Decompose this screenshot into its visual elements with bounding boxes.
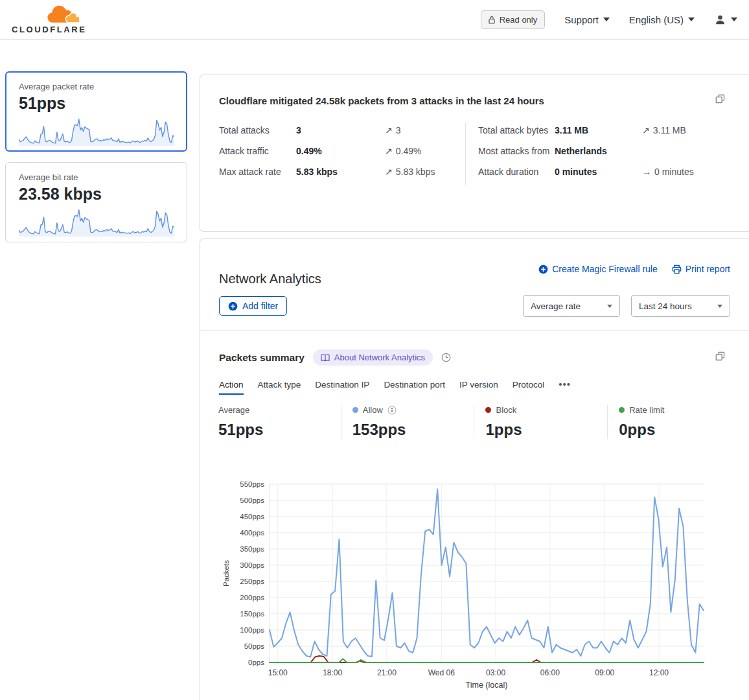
svg-text:100pps: 100pps bbox=[240, 626, 264, 634]
svg-text:400pps: 400pps bbox=[240, 529, 264, 537]
more-tabs-button[interactable]: ••• bbox=[559, 379, 571, 395]
svg-text:03:00: 03:00 bbox=[486, 668, 505, 677]
svg-text:250pps: 250pps bbox=[240, 578, 264, 585]
summary-stats-right: Total attack bytes 3.11 MB ↗ 3.11 MB Mos… bbox=[466, 122, 730, 185]
user-menu[interactable] bbox=[714, 14, 737, 26]
add-filter-button[interactable]: Add filter bbox=[219, 296, 287, 316]
stat-label: Max attack rate bbox=[219, 164, 296, 180]
tab-protocol[interactable]: Protocol bbox=[513, 380, 545, 395]
stat-delta-value: 0.49% bbox=[396, 143, 422, 159]
summary-stats-left: Total attacks 3 ↗ 3 Attack traffic 0.49%… bbox=[219, 122, 466, 185]
packets-stat-label: Block bbox=[496, 405, 516, 415]
svg-text:50pps: 50pps bbox=[244, 642, 265, 650]
create-magic-firewall-rule-link[interactable]: Create Magic Firewall rule bbox=[538, 264, 658, 274]
support-menu[interactable]: Support bbox=[564, 14, 610, 25]
user-icon bbox=[714, 14, 726, 26]
svg-text:200pps: 200pps bbox=[240, 594, 264, 601]
stat-delta: ↗ 0.49% bbox=[385, 143, 421, 159]
summary-stat-row: Attack traffic 0.49% ↗ 0.49% bbox=[219, 143, 452, 159]
info-icon[interactable] bbox=[387, 406, 397, 415]
tab-action[interactable]: Action bbox=[219, 380, 244, 395]
packets-stat-allow: Allow 153pps bbox=[341, 405, 474, 439]
stat-delta-value: 5.83 kbps bbox=[396, 164, 435, 180]
bit-rate-sparkline bbox=[19, 205, 174, 237]
tab-destination-port[interactable]: Destination port bbox=[384, 380, 445, 395]
section-divider bbox=[200, 330, 749, 331]
stat-delta: ↗ 3 bbox=[385, 122, 401, 138]
svg-text:15:00: 15:00 bbox=[268, 668, 288, 677]
avg-packet-rate-card[interactable]: Average packet rate 51pps bbox=[5, 71, 187, 152]
trend-arrow-icon: ↗ bbox=[385, 143, 393, 159]
copy-chart-button[interactable] bbox=[715, 351, 725, 361]
svg-text:18:00: 18:00 bbox=[323, 668, 342, 677]
attack-summary-card: Cloudflare mitigated 24.58k packets from… bbox=[200, 75, 749, 232]
summary-stat-row: Max attack rate 5.83 kbps ↗ 5.83 kbps bbox=[219, 164, 452, 180]
stat-value: 0 minutes bbox=[555, 164, 642, 180]
cloudflare-logo[interactable]: CLOUDFLARE bbox=[12, 5, 87, 34]
svg-text:450pps: 450pps bbox=[240, 513, 264, 520]
svg-text:12:00: 12:00 bbox=[649, 668, 669, 677]
stat-delta-value: 3.11 MB bbox=[653, 122, 686, 138]
trend-arrow-icon: ↗ bbox=[642, 122, 650, 138]
about-network-analytics-badge[interactable]: About Network Analytics bbox=[313, 349, 433, 366]
print-report-link[interactable]: Print report bbox=[672, 264, 730, 274]
packets-time-series-chart: 0pps50pps100pps150pps200pps250pps300pps3… bbox=[220, 477, 738, 692]
stat-delta-value: 0 minutes bbox=[654, 164, 694, 180]
chevron-down-icon bbox=[607, 305, 612, 308]
tab-destination-ip[interactable]: Destination IP bbox=[315, 380, 369, 395]
top-header: CLOUDFLARE Read only Support English (US… bbox=[0, 0, 749, 40]
time-range-select[interactable]: Last 24 hours bbox=[631, 295, 730, 317]
svg-text:500pps: 500pps bbox=[240, 496, 264, 504]
packets-stat-value: 51pps bbox=[218, 421, 341, 439]
book-icon bbox=[321, 354, 330, 362]
copy-card-button[interactable] bbox=[715, 94, 725, 104]
legend-dot-icon bbox=[619, 407, 625, 413]
summary-stat-row: Total attack bytes 3.11 MB ↗ 3.11 MB bbox=[478, 122, 717, 138]
brand-name: CLOUDFLARE bbox=[12, 25, 87, 34]
summary-title: Cloudflare mitigated 24.58k packets from… bbox=[219, 95, 730, 106]
stat-value: 0.49% bbox=[296, 143, 385, 159]
rate-card-value: 51pps bbox=[19, 94, 174, 113]
summary-stat-row: Most attacks from Netherlands bbox=[478, 143, 717, 159]
chevron-down-icon bbox=[731, 18, 737, 21]
svg-text:09:00: 09:00 bbox=[595, 668, 614, 677]
page-title: Network Analytics bbox=[219, 272, 321, 286]
metric-select[interactable]: Average rate bbox=[523, 295, 620, 317]
packets-stat-value: 1pps bbox=[485, 421, 607, 439]
rate-card-value: 23.58 kbps bbox=[19, 185, 174, 204]
avg-bit-rate-card[interactable]: Average bit rate 23.58 kbps bbox=[5, 162, 187, 242]
lock-icon bbox=[489, 16, 495, 24]
stat-delta-value: 3 bbox=[396, 122, 401, 138]
support-label: Support bbox=[564, 14, 599, 25]
copy-icon bbox=[715, 94, 725, 104]
stat-value: 3 bbox=[296, 122, 385, 138]
data-freshness-clock-icon[interactable] bbox=[441, 353, 451, 362]
svg-text:Packets: Packets bbox=[222, 560, 230, 587]
rate-card-label: Average bit rate bbox=[19, 172, 174, 182]
svg-text:06:00: 06:00 bbox=[540, 668, 560, 677]
trend-arrow-icon: → bbox=[642, 164, 651, 180]
cloudflare-cloud-icon bbox=[44, 5, 79, 24]
packets-summary-title: Packets summary bbox=[219, 352, 305, 364]
svg-text:Wed 06: Wed 06 bbox=[428, 668, 455, 677]
svg-text:21:00: 21:00 bbox=[377, 668, 397, 677]
stat-delta: → 0 minutes bbox=[642, 164, 694, 180]
packet-rate-sparkline bbox=[19, 115, 174, 146]
summary-stats: Total attacks 3 ↗ 3 Attack traffic 0.49%… bbox=[219, 122, 730, 185]
tab-attack-type[interactable]: Attack type bbox=[258, 380, 301, 395]
copy-icon bbox=[715, 351, 725, 361]
stat-label: Total attacks bbox=[219, 122, 296, 138]
plus-circle-icon bbox=[228, 301, 238, 311]
packets-stat-average: Average 51pps bbox=[218, 405, 341, 439]
svg-text:Time (local): Time (local) bbox=[466, 681, 508, 690]
stat-delta: ↗ 5.83 kbps bbox=[385, 164, 435, 180]
read-only-badge: Read only bbox=[481, 10, 546, 29]
language-menu[interactable]: English (US) bbox=[629, 14, 695, 25]
stat-label: Attack traffic bbox=[219, 143, 296, 159]
legend-dot-icon bbox=[352, 407, 358, 413]
packets-stats-row: Average 51pps Allow 153pps Block bbox=[218, 405, 741, 439]
chevron-down-icon bbox=[603, 18, 610, 21]
legend-dot-icon bbox=[485, 407, 491, 413]
language-label: English (US) bbox=[629, 14, 684, 25]
tab-ip-version[interactable]: IP version bbox=[459, 380, 498, 395]
